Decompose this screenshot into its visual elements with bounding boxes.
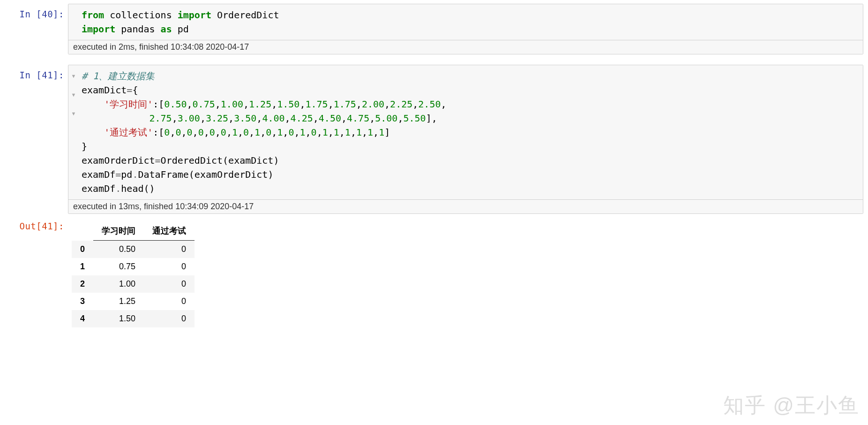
cell-study-time: 0.50 [93, 241, 144, 258]
table-row: 41.500 [72, 310, 195, 327]
table-header: 学习时间 [93, 221, 144, 241]
cell-study-time: 1.50 [93, 310, 144, 327]
cell-out-41: Out[41]: 学习时间通过考试00.50010.75021.00031.25… [0, 216, 868, 327]
table-row: 10.750 [72, 258, 195, 275]
output-area-41: 学习时间通过考试00.50010.75021.00031.25041.500 [68, 216, 868, 327]
table-header [72, 221, 93, 241]
row-index: 2 [72, 275, 93, 293]
input-area-40[interactable]: from collections import OrderedDict impo… [68, 4, 863, 54]
cell-pass-exam: 0 [144, 275, 195, 293]
cell-study-time: 1.25 [93, 293, 144, 310]
timing-41: executed in 13ms, finished 10:34:09 2020… [68, 199, 863, 213]
code-editor-40[interactable]: from collections import OrderedDict impo… [80, 4, 863, 40]
input-area-41[interactable]: ▼▼▼ # 1、建立数据集 examDict={ '学习时间':[0.50,0.… [68, 65, 863, 214]
timing-40: executed in 2ms, finished 10:34:08 2020-… [68, 40, 863, 54]
row-index: 1 [72, 258, 93, 275]
cell-in-41: In [41]: ▼▼▼ # 1、建立数据集 examDict={ '学习时间'… [0, 65, 868, 214]
cell-study-time: 0.75 [93, 258, 144, 275]
table-header: 通过考试 [144, 221, 195, 241]
cell-study-time: 1.00 [93, 275, 144, 293]
cell-pass-exam: 0 [144, 258, 195, 275]
cell-pass-exam: 0 [144, 241, 195, 258]
dataframe-table: 学习时间通过考试00.50010.75021.00031.25041.500 [72, 221, 195, 327]
prompt-in-41: In [41]: [0, 65, 68, 81]
table-row: 31.250 [72, 293, 195, 310]
code-block-40[interactable]: from collections import OrderedDict impo… [68, 4, 863, 40]
prompt-out-41: Out[41]: [0, 216, 68, 232]
fold-arrow-icon[interactable]: ▼ [71, 88, 76, 102]
prompt-in-40: In [40]: [0, 4, 68, 20]
fold-arrow-icon[interactable]: ▼ [71, 106, 76, 121]
code-gutter [68, 4, 80, 40]
code-block-41[interactable]: ▼▼▼ # 1、建立数据集 examDict={ '学习时间':[0.50,0.… [68, 65, 863, 199]
cell-pass-exam: 0 [144, 293, 195, 310]
table-row: 21.000 [72, 275, 195, 293]
table-row: 00.500 [72, 241, 195, 258]
row-index: 3 [72, 293, 93, 310]
code-editor-41[interactable]: # 1、建立数据集 examDict={ '学习时间':[0.50,0.75,1… [80, 65, 863, 199]
code-gutter[interactable]: ▼▼▼ [68, 65, 80, 199]
row-index: 4 [72, 310, 93, 327]
fold-arrow-icon[interactable]: ▼ [71, 69, 76, 83]
row-index: 0 [72, 241, 93, 258]
cell-in-40: In [40]: from collections import Ordered… [0, 4, 868, 54]
cell-pass-exam: 0 [144, 310, 195, 327]
